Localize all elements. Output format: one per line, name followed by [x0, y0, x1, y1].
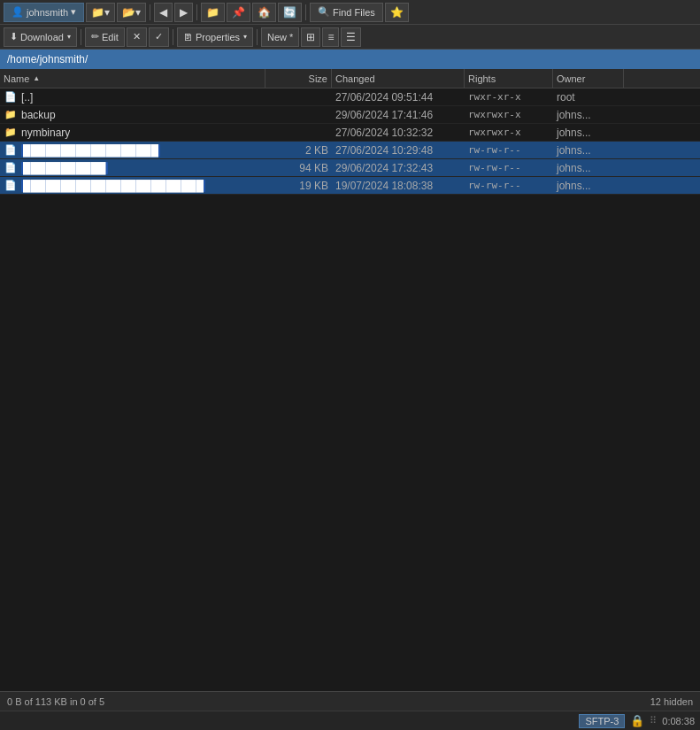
edit-button[interactable]: ✏ Edit [85, 27, 125, 47]
file-name-text: ████████████████████████ [21, 180, 205, 192]
separator4 [81, 29, 81, 45]
parent-dir-icon: 📄 [4, 91, 18, 104]
file-name-text: ██████████████████ [21, 144, 160, 157]
new-label: New * [267, 32, 293, 42]
file-cell-changed: 27/06/2024 10:29:48 [332, 142, 465, 158]
grid-icon: ⊞ [306, 31, 315, 43]
file-cell-changed: 29/06/2024 17:32:43 [332, 159, 465, 176]
file-cell-rights: rw-rw-r-- [465, 177, 553, 194]
download-label: Download [20, 32, 64, 42]
col-header-size[interactable]: Size [265, 69, 332, 88]
refresh-button[interactable]: 🔄 [278, 3, 302, 22]
file-cell-size [265, 88, 332, 105]
table-row[interactable]: 📁 backup 29/06/2024 17:41:46 rwxrwxr-x j… [0, 106, 700, 124]
sort-arrow-icon: ▲ [33, 74, 40, 82]
col-header-owner[interactable]: Owner [553, 69, 624, 88]
connection-bar: SFTP-3 🔒 ⠿ 0:08:38 [0, 711, 700, 730]
folder-nav-button[interactable]: 📁 [201, 3, 225, 22]
download-button[interactable]: ⬇ Download ▾ [4, 27, 77, 47]
separator5 [173, 29, 173, 45]
col-header-name[interactable]: Name ▲ [0, 69, 265, 88]
folder-icon2: 📂 [122, 6, 135, 19]
profile-label: johnsmith [27, 7, 68, 18]
status-right: 12 hidden [650, 696, 693, 707]
find-files-button[interactable]: 🔍 Find Files [310, 3, 383, 22]
file-name-text: backup [21, 109, 56, 121]
file-cell-changed: 29/06/2024 17:41:46 [332, 106, 465, 123]
lock-icon: 🔒 [630, 714, 644, 727]
file-cell-name: 📁 nymbinary [0, 124, 265, 141]
new-button[interactable]: New * [261, 27, 299, 47]
edit-label: Edit [102, 32, 119, 42]
file-cell-name: 📄 ███████████ [0, 159, 265, 176]
x-icon: ✕ [133, 31, 141, 42]
file-cell-rights: rw-rw-r-- [465, 159, 553, 176]
folder-icon: 📁 [4, 127, 18, 139]
properties-label: Properties [196, 32, 240, 42]
file-name-text: [..] [21, 91, 33, 104]
profile-button[interactable]: 👤 johnsmith ▾ [4, 3, 84, 22]
forward-button[interactable]: ▶ [174, 3, 193, 22]
list-icon: ≡ [327, 31, 334, 43]
hidden-count: 12 hidden [650, 696, 693, 707]
properties-button[interactable]: 🖹 Properties ▾ [177, 27, 253, 47]
separator2 [196, 4, 197, 20]
file-cell-rights: rwxrwxr-x [465, 106, 553, 123]
star-icon: ⭐ [390, 6, 404, 19]
separator6 [257, 29, 258, 45]
separator3 [305, 4, 306, 20]
file-name-text: nymbinary [21, 127, 70, 139]
properties-icon: 🖹 [183, 32, 193, 42]
status-bar: 0 B of 113 KB in 0 of 5 12 hidden [0, 691, 700, 711]
chevron-down-icon2: ▾ [135, 6, 141, 19]
address-bar[interactable]: /home/johnsmith/ [0, 50, 700, 69]
back-button[interactable]: ◀ [154, 3, 173, 22]
chevron-down-icon4: ▾ [243, 33, 247, 41]
file-area[interactable]: 📄 [..] 27/06/2024 09:51:44 rwxr-xr-x roo… [0, 88, 700, 691]
col-header-changed[interactable]: Changed [332, 69, 465, 88]
edit-icon: ✏ [91, 31, 99, 42]
details-icon: ☰ [346, 31, 356, 43]
separator [150, 4, 150, 20]
bookmark-icon: 📌 [232, 6, 245, 19]
file-icon: 📄 [4, 162, 18, 174]
file-cell-changed: 27/06/2024 10:32:32 [332, 124, 465, 141]
file-cell-name: 📄 [..] [0, 88, 265, 105]
home-button[interactable]: 🏠 [252, 3, 276, 22]
file-cell-rights: rw-rw-r-- [465, 142, 553, 158]
grid-button[interactable]: ⊞ [301, 27, 320, 47]
file-list-container: Name ▲ Size Changed Rights Owner 📄 [..] … [0, 69, 700, 691]
column-headers: Name ▲ Size Changed Rights Owner [0, 69, 700, 88]
star-button[interactable]: ⭐ [385, 3, 409, 22]
file-cell-name: 📁 backup [0, 106, 265, 123]
folder-icon: 📁 [91, 6, 104, 19]
bookmark-button[interactable]: 📌 [227, 3, 250, 22]
file-cell-owner: johns... [553, 142, 624, 158]
x-button[interactable]: ✕ [127, 27, 147, 47]
download-icon: ⬇ [10, 31, 18, 42]
file-cell-size: 2 KB [265, 142, 332, 158]
table-row[interactable]: 📄 ███████████ 94 KB 29/06/2024 17:32:43 … [0, 159, 700, 177]
table-row[interactable]: 📁 nymbinary 27/06/2024 10:32:32 rwxrwxr-… [0, 124, 700, 142]
file-icon: 📄 [4, 144, 18, 157]
file-icon: 📄 [4, 180, 18, 192]
folder-open-button[interactable]: 📁 ▾ [86, 3, 115, 22]
protocol-badge: SFTP-3 [579, 714, 625, 728]
file-cell-name: 📄 ██████████████████ [0, 142, 265, 158]
forward-icon: ▶ [180, 6, 188, 19]
folder-button2[interactable]: 📂 ▾ [117, 3, 146, 22]
file-cell-size: 94 KB [265, 159, 332, 176]
details-button[interactable]: ☰ [341, 27, 361, 47]
table-row[interactable]: 📄 ████████████████████████ 19 KB 19/07/2… [0, 177, 700, 195]
file-cell-owner: johns... [553, 159, 624, 176]
list-button[interactable]: ≡ [322, 27, 339, 47]
table-row[interactable]: 📄 ██████████████████ 2 KB 27/06/2024 10:… [0, 142, 700, 159]
file-cell-name: 📄 ████████████████████████ [0, 177, 265, 194]
file-cell-size: 19 KB [265, 177, 332, 194]
search-icon: 🔍 [318, 6, 330, 18]
table-row[interactable]: 📄 [..] 27/06/2024 09:51:44 rwxr-xr-x roo… [0, 88, 700, 106]
col-header-rights[interactable]: Rights [465, 69, 553, 88]
checkmark-button[interactable]: ✓ [149, 27, 169, 47]
connection-dots: ⠿ [650, 715, 657, 726]
file-cell-changed: 27/06/2024 09:51:44 [332, 88, 465, 105]
